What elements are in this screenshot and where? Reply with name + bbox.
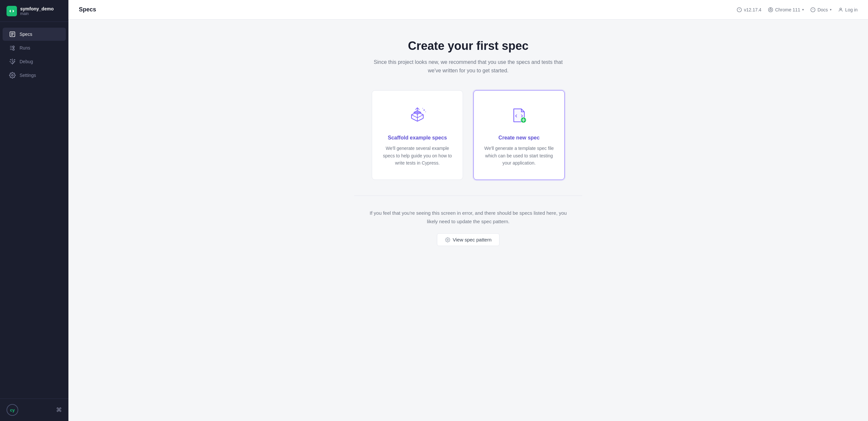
browser-selector[interactable]: Chrome 111 ▾ (768, 7, 804, 12)
project-branch: main (20, 11, 54, 16)
svg-point-13 (840, 8, 841, 9)
create-new-card[interactable]: Create new spec We'll generate a templat… (473, 90, 565, 180)
view-spec-pattern-button[interactable]: View spec pattern (437, 233, 500, 246)
sidebar-item-specs[interactable]: Specs (3, 28, 66, 41)
project-icon (6, 6, 17, 16)
browser-label: Chrome 111 (775, 7, 800, 12)
version-label: v12.17.4 (744, 7, 762, 12)
svg-point-10 (770, 9, 771, 10)
view-spec-pattern-label: View spec pattern (453, 237, 492, 242)
create-new-card-title: Create new spec (498, 135, 539, 141)
project-header: symfony_demo main (0, 0, 68, 22)
debug-icon (9, 58, 16, 65)
code-icon (9, 8, 15, 14)
create-new-icon (507, 103, 531, 128)
scaffold-card-title: Scaffold example specs (388, 135, 447, 141)
svg-point-7 (12, 74, 13, 76)
sidebar-item-settings[interactable]: Settings (3, 69, 66, 82)
svg-point-16 (425, 112, 426, 113)
scaffold-card[interactable]: Scaffold example specs We'll generate se… (372, 90, 463, 180)
main-subheading: Since this project looks new, we recomme… (370, 58, 566, 74)
scaffold-card-description: We'll generate several example specs to … (382, 145, 452, 167)
login-button[interactable]: Log in (838, 7, 858, 12)
docs-link[interactable]: Docs ▾ (810, 7, 832, 12)
version-icon (737, 7, 742, 12)
main-area: Specs v12.17.4 Chrome 111 ▾ (68, 0, 868, 421)
sidebar-item-debug[interactable]: Debug (3, 55, 66, 68)
sidebar-item-debug-label: Debug (20, 59, 33, 64)
project-name: symfony_demo (20, 6, 54, 11)
browser-icon (768, 7, 773, 12)
topbar: Specs v12.17.4 Chrome 111 ▾ (68, 0, 868, 20)
docs-icon (810, 7, 815, 12)
scaffold-icon (406, 103, 429, 128)
user-icon (838, 7, 843, 12)
specs-icon (9, 31, 16, 37)
svg-point-14 (423, 110, 425, 111)
docs-chevron: ▾ (830, 8, 832, 11)
create-new-card-description: We'll generate a template spec file whic… (484, 145, 554, 167)
main-heading: Create your first spec (408, 39, 528, 53)
svg-point-21 (447, 239, 448, 240)
section-divider (354, 196, 582, 196)
sidebar-nav: Specs Runs Debug (0, 22, 68, 398)
content-area: Create your first spec Since this projec… (68, 20, 868, 421)
sidebar: symfony_demo main Specs Ru (0, 0, 68, 421)
project-info: symfony_demo main (20, 6, 54, 16)
sidebar-item-specs-label: Specs (20, 32, 32, 37)
keyboard-shortcut-button[interactable]: ⌘ (56, 406, 62, 414)
browser-chevron: ▾ (802, 8, 804, 11)
svg-point-15 (422, 108, 423, 109)
topbar-right: v12.17.4 Chrome 111 ▾ Docs ▾ (737, 7, 858, 12)
cypress-logo: cy (6, 404, 18, 416)
docs-label: Docs (817, 7, 828, 12)
sidebar-item-runs-label: Runs (20, 45, 30, 51)
settings-icon (9, 72, 16, 79)
sidebar-item-runs[interactable]: Runs (3, 41, 66, 54)
page-title: Specs (79, 6, 96, 13)
cards-row: Scaffold example specs We'll generate se… (372, 90, 565, 180)
error-message: If you feel that you're seeing this scre… (364, 209, 572, 225)
sidebar-footer: cy ⌘ (0, 398, 68, 421)
version-indicator: v12.17.4 (737, 7, 762, 12)
runs-icon (9, 44, 16, 51)
sidebar-item-settings-label: Settings (20, 73, 36, 78)
gear-icon (445, 237, 450, 242)
login-label: Log in (845, 7, 858, 12)
